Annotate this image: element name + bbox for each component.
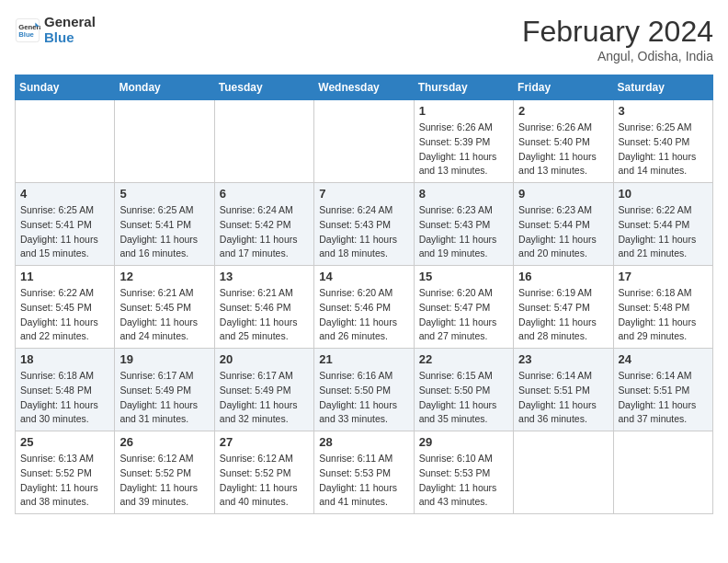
day-number: 11 bbox=[20, 270, 109, 283]
day-number: 16 bbox=[518, 270, 608, 283]
calendar-cell: 12Sunrise: 6:21 AM Sunset: 5:45 PM Dayli… bbox=[115, 266, 214, 349]
month-year: February 2024 bbox=[522, 15, 713, 49]
day-number: 25 bbox=[20, 435, 109, 449]
calendar-cell: 24Sunrise: 6:14 AM Sunset: 5:51 PM Dayli… bbox=[613, 349, 712, 431]
calendar-cell bbox=[613, 431, 712, 514]
day-number: 2 bbox=[518, 104, 608, 118]
day-number: 20 bbox=[220, 352, 309, 366]
day-number: 15 bbox=[419, 270, 508, 283]
day-detail: Sunrise: 6:24 AM Sunset: 5:43 PM Dayligh… bbox=[319, 203, 408, 261]
day-detail: Sunrise: 6:13 AM Sunset: 5:52 PM Dayligh… bbox=[20, 452, 109, 510]
calendar-cell: 3Sunrise: 6:25 AM Sunset: 5:40 PM Daylig… bbox=[613, 100, 712, 183]
calendar-cell: 28Sunrise: 6:11 AM Sunset: 5:53 PM Dayli… bbox=[314, 431, 414, 514]
day-detail: Sunrise: 6:24 AM Sunset: 5:42 PM Dayligh… bbox=[220, 203, 309, 261]
calendar-cell: 8Sunrise: 6:23 AM Sunset: 5:43 PM Daylig… bbox=[414, 183, 513, 266]
day-detail: Sunrise: 6:11 AM Sunset: 5:53 PM Dayligh… bbox=[319, 452, 408, 510]
calendar-cell: 23Sunrise: 6:14 AM Sunset: 5:51 PM Dayli… bbox=[514, 349, 613, 431]
calendar-cell: 7Sunrise: 6:24 AM Sunset: 5:43 PM Daylig… bbox=[314, 183, 414, 266]
week-row-3: 11Sunrise: 6:22 AM Sunset: 5:45 PM Dayli… bbox=[16, 266, 713, 349]
day-detail: Sunrise: 6:26 AM Sunset: 5:39 PM Dayligh… bbox=[419, 121, 508, 178]
day-number: 1 bbox=[419, 104, 508, 118]
calendar-cell: 15Sunrise: 6:20 AM Sunset: 5:47 PM Dayli… bbox=[414, 266, 513, 349]
day-detail: Sunrise: 6:12 AM Sunset: 5:52 PM Dayligh… bbox=[119, 452, 209, 510]
calendar-cell: 9Sunrise: 6:23 AM Sunset: 5:44 PM Daylig… bbox=[514, 183, 613, 266]
day-detail: Sunrise: 6:15 AM Sunset: 5:50 PM Dayligh… bbox=[419, 369, 508, 427]
day-detail: Sunrise: 6:21 AM Sunset: 5:45 PM Dayligh… bbox=[119, 286, 209, 344]
day-detail: Sunrise: 6:23 AM Sunset: 5:43 PM Dayligh… bbox=[419, 203, 508, 261]
day-number: 8 bbox=[419, 187, 508, 201]
day-detail: Sunrise: 6:14 AM Sunset: 5:51 PM Dayligh… bbox=[619, 369, 708, 427]
calendar-cell: 29Sunrise: 6:10 AM Sunset: 5:53 PM Dayli… bbox=[414, 431, 513, 514]
calendar-cell bbox=[115, 100, 214, 183]
day-number: 18 bbox=[20, 352, 109, 366]
calendar-cell: 20Sunrise: 6:17 AM Sunset: 5:49 PM Dayli… bbox=[214, 349, 313, 431]
day-detail: Sunrise: 6:25 AM Sunset: 5:41 PM Dayligh… bbox=[20, 203, 109, 261]
day-detail: Sunrise: 6:22 AM Sunset: 5:45 PM Dayligh… bbox=[20, 286, 109, 344]
week-row-2: 4Sunrise: 6:25 AM Sunset: 5:41 PM Daylig… bbox=[16, 183, 713, 266]
weekday-header-saturday: Saturday bbox=[613, 75, 712, 100]
day-detail: Sunrise: 6:26 AM Sunset: 5:40 PM Dayligh… bbox=[518, 121, 608, 178]
calendar-cell: 11Sunrise: 6:22 AM Sunset: 5:45 PM Dayli… bbox=[16, 266, 115, 349]
day-detail: Sunrise: 6:25 AM Sunset: 5:40 PM Dayligh… bbox=[619, 121, 708, 178]
calendar-cell: 19Sunrise: 6:17 AM Sunset: 5:49 PM Dayli… bbox=[115, 349, 214, 431]
weekday-header-thursday: Thursday bbox=[414, 75, 513, 100]
day-number: 3 bbox=[619, 104, 708, 118]
day-number: 7 bbox=[319, 187, 408, 201]
calendar-cell: 21Sunrise: 6:16 AM Sunset: 5:50 PM Dayli… bbox=[314, 349, 414, 431]
day-number: 10 bbox=[619, 187, 708, 201]
calendar-cell: 18Sunrise: 6:18 AM Sunset: 5:48 PM Dayli… bbox=[16, 349, 115, 431]
day-number: 4 bbox=[20, 187, 109, 201]
calendar-cell bbox=[16, 100, 115, 183]
logo: General Blue GeneralBlue bbox=[15, 15, 96, 45]
calendar-cell: 16Sunrise: 6:19 AM Sunset: 5:47 PM Dayli… bbox=[514, 266, 613, 349]
day-detail: Sunrise: 6:17 AM Sunset: 5:49 PM Dayligh… bbox=[220, 369, 309, 427]
logo-icon: General Blue bbox=[15, 17, 40, 43]
week-row-1: 1Sunrise: 6:26 AM Sunset: 5:39 PM Daylig… bbox=[16, 100, 713, 183]
day-detail: Sunrise: 6:14 AM Sunset: 5:51 PM Dayligh… bbox=[518, 369, 608, 427]
calendar-cell: 6Sunrise: 6:24 AM Sunset: 5:42 PM Daylig… bbox=[214, 183, 313, 266]
day-detail: Sunrise: 6:18 AM Sunset: 5:48 PM Dayligh… bbox=[20, 369, 109, 427]
calendar-cell: 13Sunrise: 6:21 AM Sunset: 5:46 PM Dayli… bbox=[214, 266, 313, 349]
calendar-cell bbox=[514, 431, 613, 514]
day-number: 5 bbox=[119, 187, 209, 201]
day-number: 24 bbox=[619, 352, 708, 366]
day-detail: Sunrise: 6:20 AM Sunset: 5:47 PM Dayligh… bbox=[419, 286, 508, 344]
calendar-cell bbox=[314, 100, 414, 183]
day-number: 14 bbox=[319, 270, 408, 283]
day-number: 19 bbox=[119, 352, 209, 366]
day-number: 26 bbox=[119, 435, 209, 449]
calendar-cell: 22Sunrise: 6:15 AM Sunset: 5:50 PM Dayli… bbox=[414, 349, 513, 431]
calendar-cell: 1Sunrise: 6:26 AM Sunset: 5:39 PM Daylig… bbox=[414, 100, 513, 183]
title-area: February 2024 Angul, Odisha, India bbox=[522, 15, 713, 63]
week-row-5: 25Sunrise: 6:13 AM Sunset: 5:52 PM Dayli… bbox=[16, 431, 713, 514]
calendar-cell: 4Sunrise: 6:25 AM Sunset: 5:41 PM Daylig… bbox=[16, 183, 115, 266]
day-detail: Sunrise: 6:12 AM Sunset: 5:52 PM Dayligh… bbox=[220, 452, 309, 510]
weekday-header-monday: Monday bbox=[115, 75, 214, 100]
svg-text:General: General bbox=[18, 22, 40, 30]
calendar-cell: 25Sunrise: 6:13 AM Sunset: 5:52 PM Dayli… bbox=[16, 431, 115, 514]
day-number: 29 bbox=[419, 435, 508, 449]
calendar-cell: 27Sunrise: 6:12 AM Sunset: 5:52 PM Dayli… bbox=[214, 431, 313, 514]
day-detail: Sunrise: 6:18 AM Sunset: 5:48 PM Dayligh… bbox=[619, 286, 708, 344]
day-number: 21 bbox=[319, 352, 408, 366]
day-detail: Sunrise: 6:17 AM Sunset: 5:49 PM Dayligh… bbox=[119, 369, 209, 427]
day-detail: Sunrise: 6:25 AM Sunset: 5:41 PM Dayligh… bbox=[119, 203, 209, 261]
page-header: General Blue GeneralBlue February 2024 A… bbox=[15, 15, 713, 63]
day-detail: Sunrise: 6:23 AM Sunset: 5:44 PM Dayligh… bbox=[518, 203, 608, 261]
day-number: 28 bbox=[319, 435, 408, 449]
day-number: 6 bbox=[220, 187, 309, 201]
day-number: 23 bbox=[518, 352, 608, 366]
calendar-cell bbox=[214, 100, 313, 183]
svg-text:Blue: Blue bbox=[18, 30, 34, 39]
day-detail: Sunrise: 6:21 AM Sunset: 5:46 PM Dayligh… bbox=[220, 286, 309, 344]
day-number: 9 bbox=[518, 187, 608, 201]
calendar-cell: 14Sunrise: 6:20 AM Sunset: 5:46 PM Dayli… bbox=[314, 266, 414, 349]
calendar-cell: 26Sunrise: 6:12 AM Sunset: 5:52 PM Dayli… bbox=[115, 431, 214, 514]
day-detail: Sunrise: 6:16 AM Sunset: 5:50 PM Dayligh… bbox=[319, 369, 408, 427]
location: Angul, Odisha, India bbox=[522, 49, 713, 63]
day-number: 27 bbox=[220, 435, 309, 449]
day-detail: Sunrise: 6:19 AM Sunset: 5:47 PM Dayligh… bbox=[518, 286, 608, 344]
weekday-header-wednesday: Wednesday bbox=[314, 75, 414, 100]
calendar-cell: 10Sunrise: 6:22 AM Sunset: 5:44 PM Dayli… bbox=[613, 183, 712, 266]
weekday-header-tuesday: Tuesday bbox=[214, 75, 313, 100]
